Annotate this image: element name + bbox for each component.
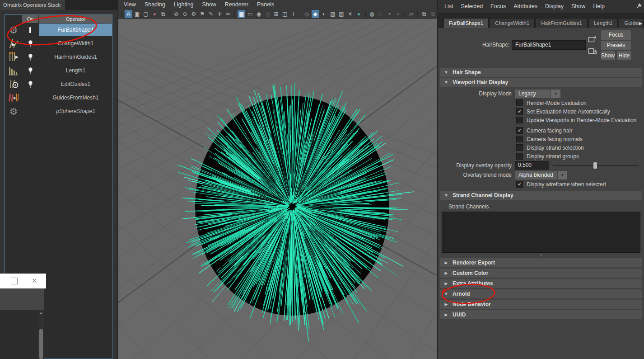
operator-label[interactable]: ChangeWidth1 (39, 37, 112, 50)
output-connection-icon[interactable] (588, 47, 597, 55)
isolate-select-icon[interactable]: ▱ (407, 10, 415, 18)
visibility-toggle[interactable] (22, 53, 38, 61)
operator-label[interactable]: pSphereShape1 (39, 105, 112, 118)
ae-menu-selected[interactable]: Selected (461, 3, 483, 9)
collapse-arrow-icon[interactable]: ▶ (440, 271, 453, 275)
presets-button[interactable]: Presets (601, 41, 631, 50)
ae-tab-length1[interactable]: Length1 (588, 18, 618, 28)
pin-icon[interactable] (636, 2, 643, 9)
resize-grip-icon[interactable]: ▼ (438, 253, 644, 258)
unchecked-checkbox[interactable] (516, 99, 523, 106)
pencil-edit-icon[interactable]: ✎ (207, 10, 215, 18)
safe-title-icon[interactable]: T (289, 10, 297, 18)
film-gate-icon[interactable]: ▭ (246, 10, 254, 18)
section-arnold[interactable]: ▼Arnold (440, 289, 642, 298)
slider-handle[interactable] (593, 162, 597, 169)
selection-mask-icon[interactable]: A (125, 10, 132, 18)
hide-button[interactable]: Hide (617, 51, 631, 60)
pane-layout-icon[interactable]: ⧉ (420, 10, 428, 18)
ae-tab-furballshape1[interactable]: FurBallShape1 (443, 18, 489, 28)
expand-arrow-icon[interactable]: ▼ (440, 70, 453, 75)
gear-icon[interactable]: ⚙ (5, 25, 22, 35)
ae-menu-show[interactable]: Show (571, 3, 585, 9)
section-renderer-export[interactable]: ▶Renderer Export (440, 258, 642, 267)
viewport-menu-show[interactable]: Show (202, 1, 216, 8)
dof-icon[interactable]: ▪ (394, 10, 401, 18)
section-viewport-hair-display[interactable]: ▼ Viewport Hair Display (440, 78, 642, 87)
change-width-icon[interactable] (5, 38, 22, 49)
viewport-canvas[interactable] (118, 19, 437, 359)
overlay-opacity-input[interactable]: 0.500 (515, 161, 549, 170)
resolution-gate-icon[interactable]: ◉ (255, 10, 263, 18)
hair-from-guides-icon[interactable] (5, 51, 22, 63)
chevron-down-icon[interactable]: ▼ (558, 171, 567, 180)
color-wheel-icon[interactable]: ◕ (150, 10, 158, 18)
tab-scroll-right-icon[interactable]: ▶ (639, 21, 643, 26)
aa-icon[interactable]: ◔ (385, 10, 393, 18)
pane-layout2-icon[interactable]: ⧉ (429, 10, 437, 18)
camera-attributes-icon[interactable]: ⚙ (190, 10, 197, 18)
ae-tab-changewidth1[interactable]: ChangeWidth1 (490, 18, 535, 28)
focus-button[interactable]: Focus (601, 30, 631, 40)
field-chart-icon[interactable]: ⊞ (272, 10, 280, 18)
section-extra-attributes[interactable]: ▶Extra Attributes (440, 279, 642, 288)
section-uuid[interactable]: ▶UUID (440, 310, 642, 319)
viewport-menu-renderer[interactable]: Renderer (225, 1, 248, 8)
frame-selection-icon[interactable]: ▣ (133, 10, 141, 18)
visibility-toggle[interactable] (22, 27, 38, 33)
expand-arrow-icon[interactable]: ▼ (440, 80, 453, 85)
viewport-menu-view[interactable]: View (124, 1, 136, 8)
textured-icon[interactable]: ▧ (329, 10, 336, 18)
scroll-up-icon[interactable]: ▲ (38, 310, 44, 316)
viewport-menu-panels[interactable]: Panels (257, 1, 274, 8)
floating-window-titlebar[interactable]: ✕ (0, 274, 46, 288)
collapse-arrow-icon[interactable]: ▶ (440, 260, 453, 265)
checked-checkbox[interactable]: ✓ (516, 127, 523, 134)
unchecked-checkbox[interactable] (516, 136, 523, 142)
ae-tab-hairfromguides1[interactable]: HairFromGuides1 (536, 18, 588, 28)
close-icon[interactable]: ✕ (32, 277, 37, 284)
hair-shape-name-input[interactable]: FurBallShape1 (512, 40, 586, 50)
ao-icon[interactable]: ◍ (368, 10, 376, 18)
operator-row[interactable]: EditGuides1 (5, 77, 112, 91)
image-plane-icon[interactable]: ⧉ (159, 10, 167, 18)
pan-zoom-icon[interactable]: ✛ (216, 10, 224, 18)
guides-from-mesh-icon[interactable] (5, 92, 22, 104)
expand-arrow-icon[interactable]: ▼ (440, 292, 453, 296)
wireframe-icon[interactable]: ◇ (303, 10, 310, 18)
input-connection-icon[interactable] (588, 35, 597, 43)
visibility-toggle[interactable] (22, 80, 38, 88)
shaded-icon[interactable]: ◆ (312, 10, 319, 18)
display-mode-dropdown[interactable]: Legacy ▼ (515, 90, 560, 98)
safe-action-icon[interactable]: ◫ (281, 10, 289, 18)
camera-icon[interactable]: ✇ (173, 10, 180, 18)
visibility-toggle[interactable] (22, 67, 38, 75)
maximize-icon[interactable] (11, 278, 18, 284)
ae-menu-focus[interactable]: Focus (490, 3, 506, 9)
ae-menu-help[interactable]: Help (593, 3, 605, 9)
expand-arrow-icon[interactable]: ▼ (440, 193, 453, 198)
length-icon[interactable] (5, 65, 22, 76)
operator-row[interactable]: Length1 (5, 64, 112, 77)
motion-blur-icon[interactable]: ◌ (377, 10, 384, 18)
ae-menu-attributes[interactable]: Attributes (513, 3, 537, 9)
operator-label[interactable]: HairFromGuides1 (39, 51, 112, 63)
operator-label[interactable]: GuidesFromMesh1 (39, 91, 112, 104)
scrollbar-thumb[interactable] (39, 329, 43, 359)
transparency-icon[interactable]: ▨ (337, 10, 345, 18)
operator-label[interactable]: Length1 (39, 64, 112, 77)
checked-checkbox[interactable]: ✓ (516, 108, 523, 115)
collapse-arrow-icon[interactable]: ▶ (440, 302, 453, 307)
camera-lock-icon[interactable]: ⊙ (181, 10, 189, 18)
viewport-menu-lighting[interactable]: Lighting (174, 1, 194, 8)
shadows-icon[interactable]: ● (355, 10, 363, 18)
gear-icon[interactable]: ⚙ (5, 107, 22, 116)
ae-menu-display[interactable]: Display (545, 3, 564, 9)
scrollbar[interactable]: ▲ (38, 310, 44, 359)
unchecked-checkbox[interactable] (516, 153, 523, 160)
ornatrix-panel-tab[interactable]: Ornatrix Operators Stack (0, 0, 65, 10)
operator-row[interactable]: GuidesFromMesh1 (5, 91, 112, 104)
section-node-behavior[interactable]: ▶Node Behavior (440, 300, 642, 309)
chevron-down-icon[interactable]: ▼ (551, 90, 560, 98)
shaded-textured-icon[interactable]: ◐ (320, 10, 328, 18)
